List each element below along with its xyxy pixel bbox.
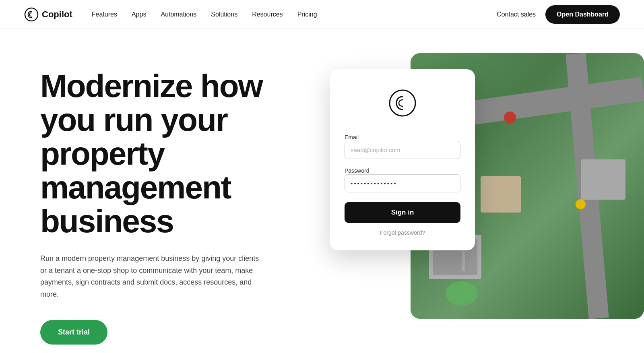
nav-solutions[interactable]: Solutions (211, 11, 237, 18)
hero-subtext: Run a modern property management busines… (40, 253, 266, 301)
nav-pricing[interactable]: Pricing (297, 11, 317, 18)
nav-right: Contact sales Open Dashboard (497, 5, 620, 24)
password-input[interactable] (345, 174, 460, 192)
nav-automations[interactable]: Automations (161, 11, 196, 18)
login-logo (345, 89, 460, 118)
navbar: Copilot Features Apps Automations Soluti… (0, 0, 644, 29)
password-label: Password (345, 167, 369, 174)
nav-features[interactable]: Features (92, 11, 117, 18)
sign-in-button[interactable]: Sign in (345, 202, 460, 223)
login-card: Email Password Sign in Forgot password? (330, 69, 475, 250)
hero-right: Email Password Sign in Forgot password? (330, 53, 620, 335)
nav-apps[interactable]: Apps (132, 11, 146, 18)
hero-left: Modernize how you run your property mana… (40, 53, 314, 345)
logo[interactable]: Copilot (24, 7, 72, 22)
logo-text: Copilot (42, 9, 72, 20)
nav-resources[interactable]: Resources (252, 11, 283, 18)
email-label: Email (345, 134, 359, 140)
hero-section: Modernize how you run your property mana… (0, 29, 644, 353)
contact-sales-link[interactable]: Contact sales (497, 11, 536, 18)
hero-headline: Modernize how you run your property mana… (40, 69, 314, 238)
email-input[interactable] (345, 141, 460, 159)
open-dashboard-button[interactable]: Open Dashboard (545, 5, 620, 24)
svg-point-0 (25, 8, 38, 21)
copilot-logo-icon (388, 89, 417, 118)
svg-point-1 (390, 90, 415, 116)
nav-links: Features Apps Automations Solutions Reso… (92, 11, 497, 18)
start-trial-button[interactable]: Start trial (40, 320, 107, 345)
forgot-password-link[interactable]: Forgot password? (345, 229, 460, 236)
